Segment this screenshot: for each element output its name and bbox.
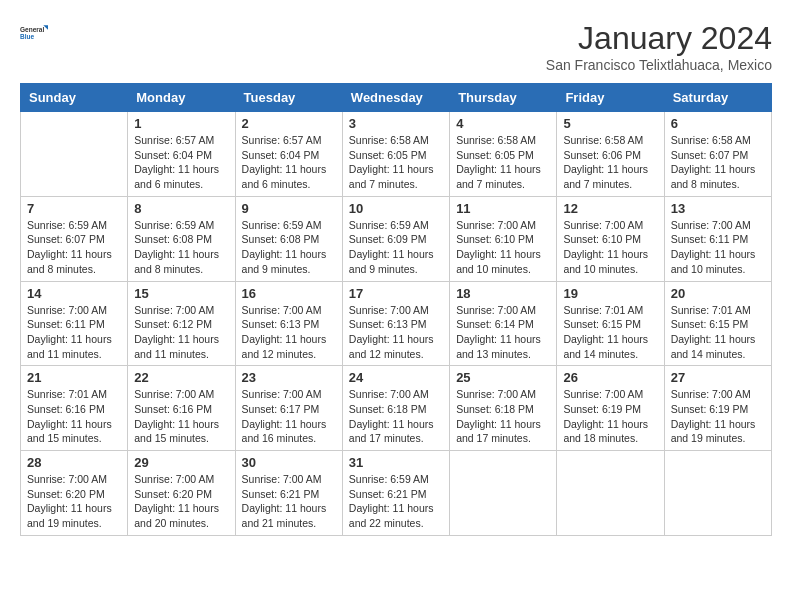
date-number: 7 <box>27 201 121 216</box>
date-number: 18 <box>456 286 550 301</box>
calendar-cell: 29Sunrise: 7:00 AM Sunset: 6:20 PM Dayli… <box>128 451 235 536</box>
calendar-cell: 31Sunrise: 6:59 AM Sunset: 6:21 PM Dayli… <box>342 451 449 536</box>
calendar-cell: 22Sunrise: 7:00 AM Sunset: 6:16 PM Dayli… <box>128 366 235 451</box>
day-info: Sunrise: 7:00 AM Sunset: 6:10 PM Dayligh… <box>456 218 550 277</box>
date-number: 3 <box>349 116 443 131</box>
calendar-cell: 25Sunrise: 7:00 AM Sunset: 6:18 PM Dayli… <box>450 366 557 451</box>
date-number: 26 <box>563 370 657 385</box>
date-number: 10 <box>349 201 443 216</box>
date-number: 16 <box>242 286 336 301</box>
calendar-cell: 13Sunrise: 7:00 AM Sunset: 6:11 PM Dayli… <box>664 196 771 281</box>
calendar-cell: 17Sunrise: 7:00 AM Sunset: 6:13 PM Dayli… <box>342 281 449 366</box>
calendar-cell: 5Sunrise: 6:58 AM Sunset: 6:06 PM Daylig… <box>557 112 664 197</box>
calendar-cell: 7Sunrise: 6:59 AM Sunset: 6:07 PM Daylig… <box>21 196 128 281</box>
calendar-cell: 15Sunrise: 7:00 AM Sunset: 6:12 PM Dayli… <box>128 281 235 366</box>
day-info: Sunrise: 6:58 AM Sunset: 6:05 PM Dayligh… <box>456 133 550 192</box>
day-info: Sunrise: 6:59 AM Sunset: 6:09 PM Dayligh… <box>349 218 443 277</box>
date-number: 6 <box>671 116 765 131</box>
day-info: Sunrise: 7:00 AM Sunset: 6:16 PM Dayligh… <box>134 387 228 446</box>
calendar-table: SundayMondayTuesdayWednesdayThursdayFrid… <box>20 83 772 536</box>
date-number: 17 <box>349 286 443 301</box>
day-info: Sunrise: 6:59 AM Sunset: 6:08 PM Dayligh… <box>134 218 228 277</box>
day-header-wednesday: Wednesday <box>342 84 449 112</box>
day-info: Sunrise: 7:00 AM Sunset: 6:19 PM Dayligh… <box>671 387 765 446</box>
calendar-cell <box>557 451 664 536</box>
date-number: 28 <box>27 455 121 470</box>
day-info: Sunrise: 6:59 AM Sunset: 6:08 PM Dayligh… <box>242 218 336 277</box>
day-info: Sunrise: 7:01 AM Sunset: 6:15 PM Dayligh… <box>671 303 765 362</box>
calendar-cell: 26Sunrise: 7:00 AM Sunset: 6:19 PM Dayli… <box>557 366 664 451</box>
calendar-week-2: 7Sunrise: 6:59 AM Sunset: 6:07 PM Daylig… <box>21 196 772 281</box>
calendar-cell: 14Sunrise: 7:00 AM Sunset: 6:11 PM Dayli… <box>21 281 128 366</box>
date-number: 22 <box>134 370 228 385</box>
day-info: Sunrise: 7:00 AM Sunset: 6:19 PM Dayligh… <box>563 387 657 446</box>
day-info: Sunrise: 7:00 AM Sunset: 6:14 PM Dayligh… <box>456 303 550 362</box>
date-number: 21 <box>27 370 121 385</box>
calendar-cell: 10Sunrise: 6:59 AM Sunset: 6:09 PM Dayli… <box>342 196 449 281</box>
calendar-cell: 27Sunrise: 7:00 AM Sunset: 6:19 PM Dayli… <box>664 366 771 451</box>
calendar-cell: 4Sunrise: 6:58 AM Sunset: 6:05 PM Daylig… <box>450 112 557 197</box>
day-info: Sunrise: 7:00 AM Sunset: 6:13 PM Dayligh… <box>242 303 336 362</box>
date-number: 20 <box>671 286 765 301</box>
calendar-cell: 21Sunrise: 7:01 AM Sunset: 6:16 PM Dayli… <box>21 366 128 451</box>
day-info: Sunrise: 7:00 AM Sunset: 6:10 PM Dayligh… <box>563 218 657 277</box>
day-info: Sunrise: 6:57 AM Sunset: 6:04 PM Dayligh… <box>134 133 228 192</box>
day-info: Sunrise: 6:59 AM Sunset: 6:07 PM Dayligh… <box>27 218 121 277</box>
date-number: 15 <box>134 286 228 301</box>
date-number: 13 <box>671 201 765 216</box>
day-header-sunday: Sunday <box>21 84 128 112</box>
calendar-cell: 20Sunrise: 7:01 AM Sunset: 6:15 PM Dayli… <box>664 281 771 366</box>
day-info: Sunrise: 6:59 AM Sunset: 6:21 PM Dayligh… <box>349 472 443 531</box>
page-header: General Blue January 2024 San Francisco … <box>20 20 772 73</box>
day-info: Sunrise: 7:01 AM Sunset: 6:15 PM Dayligh… <box>563 303 657 362</box>
calendar-cell: 11Sunrise: 7:00 AM Sunset: 6:10 PM Dayli… <box>450 196 557 281</box>
date-number: 12 <box>563 201 657 216</box>
calendar-cell: 6Sunrise: 6:58 AM Sunset: 6:07 PM Daylig… <box>664 112 771 197</box>
calendar-cell: 2Sunrise: 6:57 AM Sunset: 6:04 PM Daylig… <box>235 112 342 197</box>
calendar-week-3: 14Sunrise: 7:00 AM Sunset: 6:11 PM Dayli… <box>21 281 772 366</box>
day-header-tuesday: Tuesday <box>235 84 342 112</box>
day-header-monday: Monday <box>128 84 235 112</box>
day-info: Sunrise: 7:00 AM Sunset: 6:20 PM Dayligh… <box>27 472 121 531</box>
calendar-cell: 18Sunrise: 7:00 AM Sunset: 6:14 PM Dayli… <box>450 281 557 366</box>
day-info: Sunrise: 6:58 AM Sunset: 6:05 PM Dayligh… <box>349 133 443 192</box>
calendar-week-1: 1Sunrise: 6:57 AM Sunset: 6:04 PM Daylig… <box>21 112 772 197</box>
calendar-week-5: 28Sunrise: 7:00 AM Sunset: 6:20 PM Dayli… <box>21 451 772 536</box>
calendar-cell: 12Sunrise: 7:00 AM Sunset: 6:10 PM Dayli… <box>557 196 664 281</box>
calendar-cell: 19Sunrise: 7:01 AM Sunset: 6:15 PM Dayli… <box>557 281 664 366</box>
date-number: 11 <box>456 201 550 216</box>
calendar-cell <box>664 451 771 536</box>
date-number: 2 <box>242 116 336 131</box>
date-number: 29 <box>134 455 228 470</box>
calendar-cell: 28Sunrise: 7:00 AM Sunset: 6:20 PM Dayli… <box>21 451 128 536</box>
day-info: Sunrise: 6:57 AM Sunset: 6:04 PM Dayligh… <box>242 133 336 192</box>
date-number: 24 <box>349 370 443 385</box>
calendar-cell: 30Sunrise: 7:00 AM Sunset: 6:21 PM Dayli… <box>235 451 342 536</box>
calendar-cell: 8Sunrise: 6:59 AM Sunset: 6:08 PM Daylig… <box>128 196 235 281</box>
day-info: Sunrise: 6:58 AM Sunset: 6:06 PM Dayligh… <box>563 133 657 192</box>
title-section: January 2024 San Francisco Telixtlahuaca… <box>546 20 772 73</box>
day-info: Sunrise: 7:00 AM Sunset: 6:18 PM Dayligh… <box>349 387 443 446</box>
day-info: Sunrise: 7:00 AM Sunset: 6:13 PM Dayligh… <box>349 303 443 362</box>
day-info: Sunrise: 7:00 AM Sunset: 6:18 PM Dayligh… <box>456 387 550 446</box>
day-info: Sunrise: 7:00 AM Sunset: 6:21 PM Dayligh… <box>242 472 336 531</box>
date-number: 1 <box>134 116 228 131</box>
date-number: 4 <box>456 116 550 131</box>
day-header-thursday: Thursday <box>450 84 557 112</box>
calendar-cell: 16Sunrise: 7:00 AM Sunset: 6:13 PM Dayli… <box>235 281 342 366</box>
calendar-cell: 9Sunrise: 6:59 AM Sunset: 6:08 PM Daylig… <box>235 196 342 281</box>
date-number: 23 <box>242 370 336 385</box>
calendar-cell: 1Sunrise: 6:57 AM Sunset: 6:04 PM Daylig… <box>128 112 235 197</box>
svg-text:General: General <box>20 26 44 33</box>
day-info: Sunrise: 7:00 AM Sunset: 6:17 PM Dayligh… <box>242 387 336 446</box>
day-header-friday: Friday <box>557 84 664 112</box>
calendar-week-4: 21Sunrise: 7:01 AM Sunset: 6:16 PM Dayli… <box>21 366 772 451</box>
date-number: 30 <box>242 455 336 470</box>
day-header-saturday: Saturday <box>664 84 771 112</box>
logo-icon: General Blue <box>20 20 48 48</box>
location: San Francisco Telixtlahuaca, Mexico <box>546 57 772 73</box>
calendar-cell <box>21 112 128 197</box>
calendar-cell: 23Sunrise: 7:00 AM Sunset: 6:17 PM Dayli… <box>235 366 342 451</box>
day-info: Sunrise: 7:00 AM Sunset: 6:20 PM Dayligh… <box>134 472 228 531</box>
day-info: Sunrise: 6:58 AM Sunset: 6:07 PM Dayligh… <box>671 133 765 192</box>
